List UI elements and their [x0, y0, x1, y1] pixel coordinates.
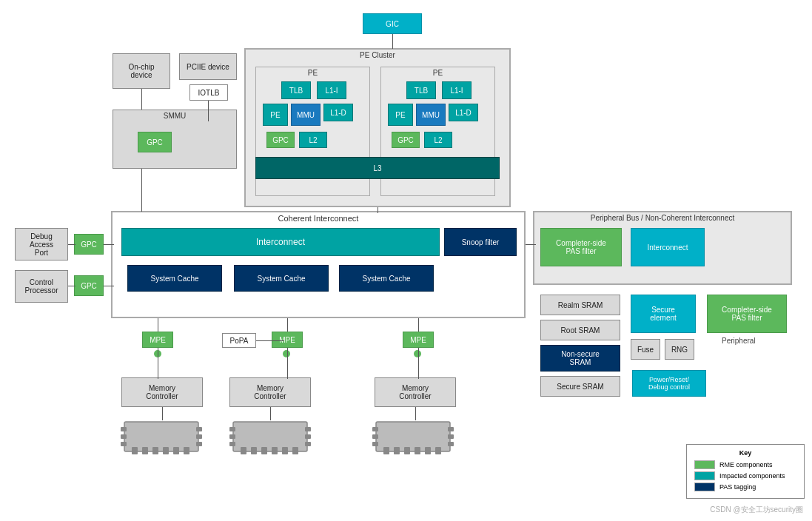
mem-ctrl2-label: Memory Controller: [254, 384, 286, 400]
completer-pas1-box: Completer-side PAS filter: [540, 228, 622, 266]
secure-sram-box: Secure SRAM: [540, 376, 620, 397]
mem-ctrl3-label: Memory Controller: [399, 384, 431, 400]
gpc-debug-label: GPC: [81, 241, 97, 249]
line-pe-coh: [378, 207, 378, 213]
secure-sram-label: Secure SRAM: [557, 383, 603, 391]
key-pas-row: PAS tagging: [694, 483, 796, 491]
tlb2-box: TLB: [406, 81, 436, 99]
mem-ctrl3-box: Memory Controller: [375, 377, 456, 407]
svg-rect-8: [142, 447, 148, 454]
mem-ctrl1-box: Memory Controller: [121, 377, 203, 407]
gpc-pe1-label: GPC: [272, 136, 289, 144]
line-gpc-coh: [104, 244, 114, 245]
completer-pas1-label: Completer-side PAS filter: [556, 239, 606, 255]
svg-rect-2: [121, 434, 127, 439]
non-secure-sram-label: Non-secure SRAM: [561, 350, 600, 366]
svg-rect-6: [196, 442, 202, 446]
coherent-ic-label: Coherent Interconnect: [113, 214, 524, 223]
gic-box: GIC: [363, 13, 422, 34]
peripheral-label: Peripheral: [722, 337, 756, 345]
gpc-pe2-box: GPC: [392, 132, 420, 148]
svg-rect-23: [272, 447, 278, 454]
gic-label: GIC: [386, 20, 399, 28]
mpe3-box: MPE: [403, 332, 434, 348]
iotlb-box: IOTLB: [189, 84, 228, 101]
svg-rect-35: [404, 447, 410, 454]
mpe2-box: MPE: [272, 332, 303, 348]
l2-2-label: L2: [434, 136, 442, 144]
pe-inner1-box: PE: [263, 104, 288, 126]
gpc-smmu-label: GPC: [147, 138, 163, 147]
svg-rect-18: [305, 434, 311, 439]
line-mc1-chip: [162, 407, 163, 420]
svg-rect-25: [292, 447, 298, 454]
line-smmu-coh: [141, 169, 142, 212]
gpc-pe2-label: GPC: [397, 136, 414, 144]
svg-rect-20: [241, 447, 246, 454]
root-sram-label: Root SRAM: [561, 326, 600, 335]
gpc-pe1-box: GPC: [266, 132, 295, 148]
interconnect2-box: Interconnect: [631, 228, 705, 266]
l1d1-label: L1-D: [330, 109, 346, 117]
watermark: CSDN @安全工坊security圈: [710, 505, 803, 515]
on-chip-box: On-chip device: [113, 53, 170, 89]
svg-rect-11: [173, 447, 179, 454]
control-proc-box: Control Processor: [15, 270, 68, 303]
key-impacted-label: Impacted components: [719, 472, 785, 480]
line-mc3-chip: [415, 407, 416, 420]
line-popa-mpe2: [256, 340, 284, 341]
mmu1-label: MMU: [297, 111, 315, 119]
pciie-box: PCIIE device: [179, 53, 237, 80]
pciie-label: PCIIE device: [187, 63, 229, 71]
diagram: GIC PE Cluster PE PE TLB L1-I PE MMU L1-…: [0, 0, 812, 521]
mpe1-label: MPE: [150, 336, 166, 344]
snoop-filter-box: Snoop filter: [444, 228, 517, 256]
key-pas-swatch: [694, 483, 715, 491]
snoop-filter-label: Snoop filter: [462, 238, 500, 246]
non-secure-sram-box: Non-secure SRAM: [540, 345, 620, 372]
svg-rect-32: [448, 442, 454, 446]
svg-rect-17: [305, 427, 311, 431]
chip3-svg: [369, 418, 457, 459]
power-reset-box: Power/Reset/ Debug control: [632, 370, 706, 397]
svg-rect-19: [305, 442, 311, 446]
svg-rect-31: [448, 434, 454, 439]
line-gic-pe: [392, 34, 393, 49]
interconnect2-label: Interconnect: [647, 243, 688, 252]
tlb2-label: TLB: [415, 87, 428, 95]
svg-rect-10: [163, 447, 169, 454]
line-onchip-smmu: [141, 89, 142, 110]
iotlb-label: IOTLB: [198, 89, 220, 97]
svg-rect-3: [121, 442, 127, 446]
mpe3-label: MPE: [410, 336, 426, 344]
line-debug-gpc: [68, 244, 76, 245]
svg-rect-15: [229, 434, 235, 439]
svg-rect-28: [372, 434, 378, 439]
line-mpe3-mc: [418, 348, 419, 379]
svg-rect-16: [229, 442, 235, 446]
line-mpe2-mc: [287, 348, 288, 379]
svg-rect-29: [372, 442, 378, 446]
line-gpc-coh2: [104, 286, 114, 286]
l1i1-label: L1-I: [325, 87, 338, 95]
sys-cache1-label: System Cache: [150, 275, 198, 283]
line-coh-mpe2: [287, 318, 288, 332]
key-rme-swatch: [694, 460, 715, 469]
svg-rect-7: [132, 447, 138, 454]
pe-inner2-label: PE: [395, 111, 405, 119]
l2-1-label: L2: [309, 136, 317, 144]
interconnect-label: Interconnect: [256, 237, 305, 247]
mpe2-label: MPE: [279, 336, 295, 344]
l1d2-box: L1-D: [449, 104, 478, 121]
svg-rect-14: [229, 427, 235, 431]
svg-rect-5: [196, 434, 202, 439]
mmu2-label: MMU: [422, 111, 440, 119]
fuse-label: Fuse: [637, 346, 654, 354]
dot2: [283, 350, 290, 357]
sys-cache3-label: System Cache: [362, 275, 410, 283]
l1d2-label: L1-D: [455, 109, 472, 117]
l1i1-box: L1-I: [317, 81, 346, 99]
key-title-label: Key: [694, 449, 796, 457]
mmu2-box: MMU: [416, 104, 446, 126]
svg-rect-21: [251, 447, 257, 454]
